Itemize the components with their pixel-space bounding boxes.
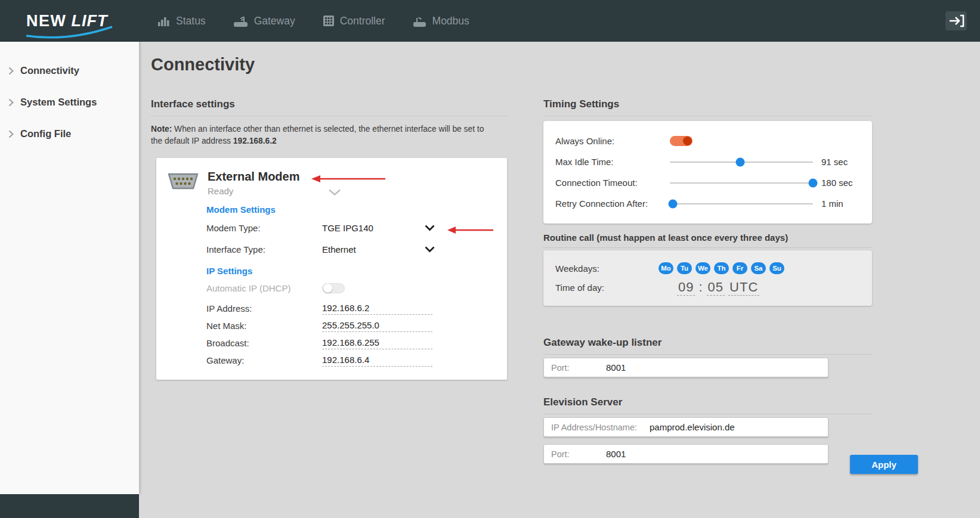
- interface-type-dropdown[interactable]: Ethernet: [322, 244, 435, 255]
- chevron-down-icon: [425, 225, 435, 231]
- time-separator: :: [698, 280, 703, 295]
- time-of-day-control: 09 : 05 UTC: [677, 280, 759, 296]
- logo-swoosh-icon: [25, 25, 115, 39]
- sidebar-item-label: Config File: [20, 128, 71, 139]
- device-expand-chevron-icon[interactable]: [328, 188, 341, 198]
- max-idle-time-value: 91 sec: [821, 157, 848, 167]
- sidebar-footer-strip: [0, 494, 139, 518]
- timing-settings-card: Always Online: Max Idle Time: 91 sec Con…: [543, 121, 872, 224]
- always-online-toggle[interactable]: [670, 136, 693, 146]
- always-online-row: Always Online:: [555, 131, 860, 151]
- slider-knob[interactable]: [668, 199, 677, 208]
- weekday-pill-fr[interactable]: Fr: [732, 262, 747, 274]
- wakeup-port-input[interactable]: 8001: [606, 362, 626, 373]
- slider-knob[interactable]: [735, 157, 744, 166]
- nav-item-status[interactable]: Status: [157, 15, 206, 27]
- slider-track[interactable]: [670, 182, 813, 184]
- page-title: Connectivity: [151, 55, 255, 75]
- modem-type-label: Modem Type:: [206, 223, 322, 233]
- dhcp-toggle[interactable]: [322, 283, 345, 293]
- slider-track[interactable]: [670, 203, 813, 204]
- nav-item-gateway[interactable]: Gateway: [233, 15, 295, 27]
- modbus-device-icon: [413, 15, 427, 27]
- nav-item-controller[interactable]: Controller: [323, 15, 385, 27]
- sidebar-item-label: System Settings: [20, 97, 97, 108]
- building-icon: [323, 15, 335, 27]
- ip-settings-heading: IP Settings: [206, 266, 497, 276]
- gateway-row: Gateway: 192.168.6.4: [206, 352, 497, 369]
- net-mask-input[interactable]: 255.255.255.0: [322, 320, 432, 332]
- max-idle-time-label: Max Idle Time:: [555, 157, 670, 167]
- elevision-port-field: Port: 8001: [543, 444, 828, 464]
- nav-item-label: Modbus: [432, 15, 469, 27]
- max-idle-time-slider[interactable]: [670, 157, 813, 167]
- broadcast-row: Broadcast: 192.168.6.255: [206, 334, 497, 352]
- modem-type-value: TGE IPG140: [322, 223, 425, 233]
- ip-address-input[interactable]: 192.168.6.2: [322, 303, 432, 315]
- connection-timeout-slider[interactable]: [670, 178, 813, 188]
- wakeup-port-label: Port:: [551, 363, 606, 373]
- sidebar-item-config-file[interactable]: Config File: [0, 118, 139, 150]
- weekday-pill-th[interactable]: Th: [714, 262, 729, 274]
- modem-settings-heading: Modem Settings: [206, 204, 497, 215]
- modem-type-row: Modem Type: TGE IPG140: [206, 217, 497, 238]
- dhcp-label: Automatic IP (DHCP): [206, 283, 322, 293]
- device-name: External Modem: [208, 170, 299, 184]
- broadcast-label: Broadcast:: [206, 338, 322, 348]
- net-mask-row: Net Mask: 255.255.255.0: [206, 317, 497, 334]
- retry-connection-label: Retry Connection After:: [555, 198, 670, 209]
- interface-type-value: Ethernet: [322, 244, 425, 255]
- nav-item-modbus[interactable]: Modbus: [413, 15, 469, 27]
- minute-input[interactable]: 05: [707, 280, 725, 296]
- connection-timeout-value: 180 sec: [821, 178, 853, 188]
- chevron-down-icon: [425, 246, 435, 253]
- elevision-port-input[interactable]: 8001: [606, 449, 626, 459]
- broadcast-input[interactable]: 192.168.6.255: [322, 337, 432, 349]
- weekdays-label: Weekdays:: [555, 263, 659, 274]
- interface-card: External Modem Ready Modem Settings Mode…: [156, 158, 507, 380]
- interface-type-row: Interface Type: Ethernet: [206, 238, 497, 260]
- interface-type-label: Interface Type:: [206, 244, 322, 255]
- weekday-pill-su[interactable]: Su: [769, 262, 784, 274]
- main-content: Connectivity Interface settings Note: Wh…: [139, 42, 980, 518]
- retry-connection-value: 1 min: [821, 198, 843, 209]
- nav-menu: Status Gateway Controller Modbus: [157, 15, 469, 27]
- routine-call-card: Weekdays: Mo Tu We Th Fr Sa Su Time of d…: [543, 250, 872, 306]
- time-of-day-label: Time of day:: [555, 283, 659, 293]
- elevision-host-field: IP Address/Hostname: pamprod.elevision.d…: [543, 417, 828, 437]
- sidebar-item-system-settings[interactable]: System Settings: [0, 86, 139, 118]
- weekday-pill-we[interactable]: We: [695, 262, 710, 274]
- sidebar-item-connectivity[interactable]: Connectivity: [0, 55, 139, 86]
- weekday-pill-tu[interactable]: Tu: [677, 262, 692, 274]
- wakeup-port-field: Port: 8001: [543, 358, 828, 377]
- note-text: When an interface other than ethernet is…: [151, 125, 484, 145]
- elevision-server-heading: Elevision Server: [543, 396, 872, 414]
- right-settings-section: Timing Settings Always Online: Max Idle …: [543, 98, 925, 518]
- always-online-label: Always Online:: [555, 136, 670, 146]
- logout-button[interactable]: [945, 11, 967, 33]
- slider-knob[interactable]: [809, 178, 818, 187]
- wakeup-listener-heading: Gateway wake-up listner: [543, 337, 872, 355]
- retry-connection-row: Retry Connection After: 1 min: [555, 193, 860, 214]
- routine-call-heading: Routine call (must happen at least once …: [543, 232, 872, 248]
- device-info: External Modem Ready: [208, 170, 299, 196]
- net-mask-label: Net Mask:: [206, 321, 322, 331]
- gateway-label: Gateway:: [206, 355, 322, 365]
- weekday-pill-sa[interactable]: Sa: [751, 262, 766, 274]
- apply-button[interactable]: Apply: [850, 455, 918, 474]
- interface-settings-heading: Interface settings: [151, 98, 507, 116]
- ip-address-row: IP Address: 192.168.6.2: [206, 300, 497, 317]
- elevision-host-input[interactable]: pamprod.elevision.de: [650, 422, 735, 432]
- modem-type-dropdown[interactable]: TGE IPG140: [322, 223, 435, 233]
- elevision-port-label: Port:: [551, 449, 606, 459]
- dhcp-row: Automatic IP (DHCP): [206, 278, 497, 297]
- note-default-ip: 192.168.6.2: [233, 137, 277, 145]
- hour-input[interactable]: 09: [677, 280, 695, 296]
- retry-connection-slider[interactable]: [670, 199, 813, 209]
- weekday-pill-mo[interactable]: Mo: [659, 262, 673, 274]
- newlift-logo: NEW LIFT: [26, 7, 116, 35]
- gateway-input[interactable]: 192.168.6.4: [322, 355, 432, 367]
- time-of-day-row: Time of day: 09 : 05 UTC: [555, 278, 860, 297]
- chevron-right-icon: [8, 67, 14, 75]
- max-idle-time-row: Max Idle Time: 91 sec: [555, 151, 860, 172]
